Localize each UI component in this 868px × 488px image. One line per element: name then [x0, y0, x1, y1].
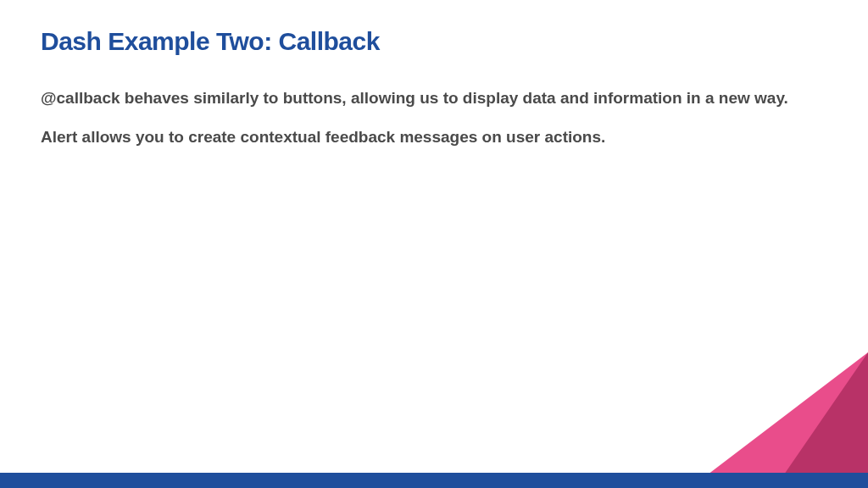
slide-title: Dash Example Two: Callback: [41, 27, 827, 56]
paragraph-2: Alert allows you to create contextual fe…: [41, 125, 827, 149]
footer-bar: [0, 473, 868, 488]
paragraph-1: @callback behaves similarly to buttons, …: [41, 86, 827, 110]
decorative-triangle-dark: [775, 352, 868, 488]
slide-content: Dash Example Two: Callback @callback beh…: [0, 0, 868, 191]
